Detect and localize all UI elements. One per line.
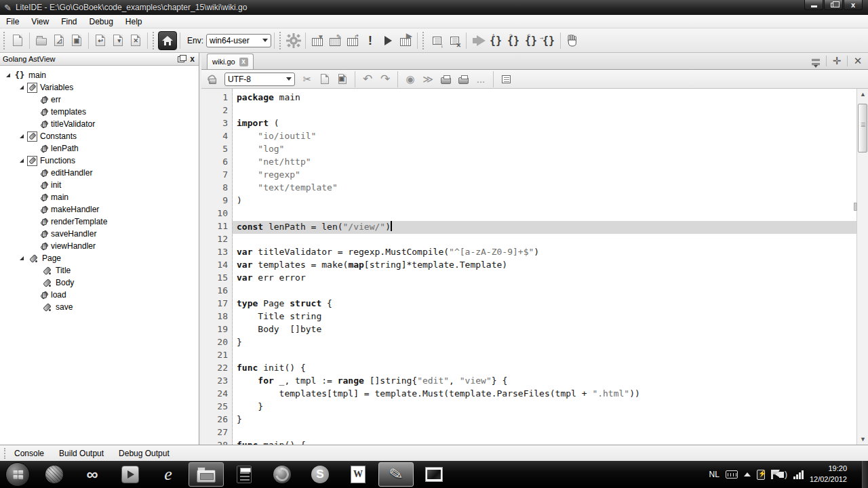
menu-file[interactable]: File [0,16,25,28]
toolbar-grip[interactable] [3,32,7,49]
output-tab-build-output[interactable]: Build Output [59,449,104,458]
taskbar-internet-explorer[interactable]: e [151,462,186,487]
taskbar-firefox[interactable] [264,462,300,487]
title-bar[interactable]: ✎ LiteIDE - E:\Go\GoBoek\code_examples\c… [0,0,868,15]
tree-item-Functions[interactable]: Functions [0,155,199,167]
menu-debug[interactable]: Debug [83,16,119,28]
tree-item-save[interactable]: save [0,301,199,313]
taskbar-media-player[interactable] [113,462,148,487]
stop-error-button[interactable]: ! [361,32,379,49]
undo-button[interactable]: ↶ [359,72,376,87]
home-button[interactable] [158,31,177,50]
expander-icon[interactable] [18,83,27,92]
taskbar-visual-studio[interactable] [37,462,72,487]
file-info-button[interactable] [498,72,514,87]
close-file-button[interactable]: ✕ [127,32,144,49]
tree-item-viewHandler[interactable]: viewHandler [0,240,199,252]
env-combobox[interactable]: win64-user [206,34,271,47]
start-button[interactable] [5,462,30,487]
select-block-button[interactable]: {}↶ [522,32,540,49]
tree-item-makeHandler[interactable]: makeHandler [0,203,199,216]
float-panel-icon[interactable] [178,56,184,62]
restore-button[interactable] [824,0,843,10]
tree-item-editHandler[interactable]: editHandler [0,167,199,179]
taskbar-calculator[interactable] [226,462,262,487]
paste-button[interactable]: ▣ [334,72,351,87]
hidden-icons-arrow[interactable] [744,472,751,476]
tree-item-Body[interactable]: Body [0,277,199,289]
copy-button[interactable] [317,72,333,87]
tab-close-icon[interactable]: x [239,58,248,66]
run-button[interactable] [379,32,397,49]
export-doc-button[interactable]: ↓ [428,32,446,49]
tree-item-load[interactable]: load [0,289,199,301]
open-file-button[interactable]: ◿ [50,32,68,49]
language-indicator[interactable]: NL [709,470,719,479]
tree-item-templates[interactable]: templates [0,106,199,118]
keyboard-icon[interactable] [726,470,738,479]
save-project-button[interactable]: ▣ [68,32,85,49]
cut-button[interactable]: ✂ [299,72,315,87]
scroll-down-arrow[interactable]: ▼ [857,434,868,445]
print-button[interactable] [437,72,454,87]
expander-icon[interactable] [18,156,27,165]
output-tab-console[interactable]: Console [14,449,44,458]
jump-block-start-button[interactable]: {}↑ [487,32,505,49]
network-signal-icon[interactable] [793,470,804,479]
taskbar-expression[interactable]: ∞ [75,462,110,487]
options-button[interactable] [285,32,302,49]
taskbar-skype[interactable]: S [302,462,338,487]
show-desktop-button[interactable] [862,461,868,488]
debug-run-button[interactable]: ▶ [397,32,414,49]
tree-item-main[interactable]: main [0,191,199,203]
file-list-button[interactable] [808,55,823,67]
tree-item-Variables[interactable]: Variables [0,81,199,94]
play-macro-button[interactable]: ≫ [420,72,436,87]
power-icon[interactable] [757,470,765,480]
toolbar-grip[interactable] [153,32,156,49]
scrollbar-thumb[interactable] [858,104,867,152]
jump-block-end-button[interactable]: {}↷ [505,32,522,49]
tab-wiki-go[interactable]: wiki.go x [207,54,254,69]
lock-button[interactable] [204,72,220,87]
tree-item-main[interactable]: {}main [0,69,199,81]
scroll-up-arrow[interactable]: ▲ [857,89,868,100]
taskbar-photo-viewer[interactable] [416,462,452,487]
volume-icon[interactable] [779,472,784,478]
tree-item-Constants[interactable]: Constants [0,130,199,142]
redo-button[interactable]: ↷ [377,72,393,87]
menu-find[interactable]: Find [55,16,83,28]
expander-icon[interactable] [18,253,27,263]
vertical-scrollbar[interactable]: ▲ ▼ [856,89,868,445]
expander-icon[interactable] [18,131,27,141]
split-add-button[interactable]: ✛ [829,55,844,67]
taskbar-liteide[interactable]: ✎ [378,462,414,487]
taskbar-clock[interactable]: 19:20 12/02/2012 [810,464,847,485]
menu-view[interactable]: View [25,16,55,28]
taskbar-word[interactable]: W [340,462,376,487]
tree-item-err[interactable]: err [0,94,199,106]
open-folder-button[interactable] [33,32,50,49]
new-file-button[interactable] [9,32,26,49]
code-area[interactable]: 1234567891011121314151617181920212223242… [201,89,868,445]
close-editor-button[interactable]: ✕ [850,55,865,67]
print-preview-button[interactable] [455,72,471,87]
menu-help[interactable]: Help [119,16,149,28]
action-center-flag-icon[interactable] [771,470,773,479]
tree-item-Page[interactable]: Page [0,252,199,264]
more-button[interactable]: ... [473,72,489,87]
expander-icon[interactable] [4,70,14,80]
tree-item-titleValidator[interactable]: titleValidator [0,118,199,130]
match-brace-button[interactable]: {}→ [540,32,557,49]
build-file-button[interactable]: ✎ [326,32,344,49]
minimize-button[interactable] [804,0,823,10]
tree-item-lenPath[interactable]: lenPath [0,142,199,155]
output-tab-debug-output[interactable]: Debug Output [119,449,170,458]
toolbar-grip[interactable] [422,32,426,49]
record-macro-button[interactable]: ◉ [402,72,418,87]
tree-item-init[interactable]: init [0,179,199,191]
tree-item-saveHandler[interactable]: saveHandler [0,228,199,240]
ast-tree[interactable]: {}mainVariableserrtemplatestitleValidato… [0,66,199,445]
tree-item-Title[interactable]: Title [0,264,199,277]
save-file-button[interactable]: ▾ [109,32,127,49]
